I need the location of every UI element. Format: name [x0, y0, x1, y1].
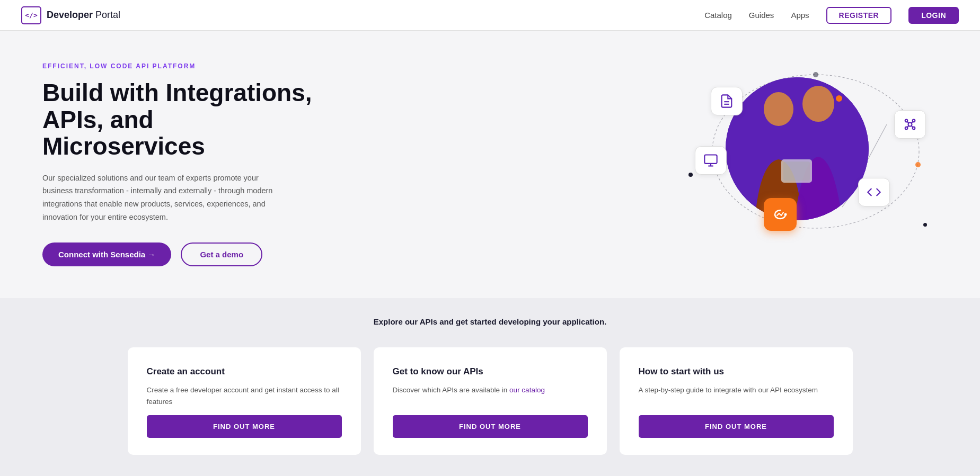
- card-2-title: Get to know our APIs: [393, 366, 588, 377]
- svg-line-25: [907, 125, 908, 127]
- svg-point-21: [905, 127, 908, 129]
- create-account-card: Create an account Create a free develope…: [128, 347, 361, 454]
- dot-dark-1: [688, 173, 693, 177]
- card-1-desc: Create a free developer account and get …: [147, 384, 342, 407]
- hero-description: Our specialized solutions and our team o…: [42, 172, 276, 224]
- hero-actions: Connect with Sensedia → Get a demo: [42, 243, 318, 266]
- api-card: [858, 178, 890, 206]
- logo-text: Developer Portal: [47, 10, 120, 21]
- svg-point-19: [913, 119, 915, 122]
- svg-point-9: [802, 86, 834, 122]
- sensedia-logo-card: [764, 198, 797, 231]
- doc-card: [711, 87, 743, 115]
- hero-title: Build with Integrations, APIs, and Micro…: [42, 79, 318, 160]
- monitor-card: [695, 146, 727, 175]
- card-3-title: How to start with us: [639, 366, 834, 377]
- svg-point-18: [905, 119, 908, 122]
- svg-point-26: [784, 213, 787, 215]
- navbar: </> Developer Portal Catalog Guides Apps…: [0, 0, 980, 31]
- dot-dark-2: [923, 223, 927, 227]
- get-apis-card: Get to know our APIs Discover which APIs…: [374, 347, 607, 454]
- card-1-title: Create an account: [147, 366, 342, 377]
- login-button[interactable]: LOGIN: [908, 7, 959, 24]
- logo-icon: </>: [21, 6, 41, 24]
- graph-card: [894, 110, 926, 139]
- svg-line-23: [911, 122, 912, 123]
- register-button[interactable]: REGISTER: [826, 7, 892, 24]
- explore-text: Explore our APIs and get started develop…: [11, 317, 969, 326]
- connect-button[interactable]: Connect with Sensedia →: [42, 243, 171, 266]
- svg-point-8: [764, 92, 793, 126]
- nav-apps[interactable]: Apps: [791, 11, 809, 20]
- svg-point-20: [913, 127, 915, 129]
- hero-eyebrow: EFFICIENT, LOW CODE API PLATFORM: [42, 62, 318, 70]
- demo-button[interactable]: Get a demo: [181, 243, 262, 266]
- card-3-desc: A step-by-step guide to integrate with o…: [639, 384, 834, 407]
- svg-line-24: [911, 125, 912, 127]
- hero-photo: [726, 77, 869, 220]
- how-to-start-card: How to start with us A step-by-step guid…: [620, 347, 853, 454]
- logo[interactable]: </> Developer Portal: [21, 6, 120, 24]
- card-2-desc: Discover which APIs are available in our…: [393, 384, 588, 407]
- svg-line-22: [907, 122, 908, 123]
- svg-rect-14: [704, 155, 717, 163]
- hero-text: EFFICIENT, LOW CODE API PLATFORM Build w…: [42, 62, 318, 266]
- svg-point-1: [813, 72, 818, 77]
- explore-section: Explore our APIs and get started develop…: [0, 298, 980, 331]
- catalog-link[interactable]: our catalog: [509, 386, 545, 394]
- nav-catalog[interactable]: Catalog: [704, 11, 732, 20]
- cards-section: Create an account Create a free develope…: [0, 331, 980, 476]
- svg-rect-11: [783, 161, 810, 181]
- hero-section: EFFICIENT, LOW CODE API PLATFORM Build w…: [0, 31, 980, 298]
- dot-orange-1: [836, 95, 842, 102]
- card-2-button[interactable]: FIND OUT MORE: [393, 415, 588, 438]
- nav-guides[interactable]: Guides: [749, 11, 774, 20]
- card-1-button[interactable]: FIND OUT MORE: [147, 415, 342, 438]
- card-3-button[interactable]: FIND OUT MORE: [639, 415, 834, 438]
- svg-point-2: [915, 162, 921, 167]
- nav-links: Catalog Guides Apps REGISTER LOGIN: [704, 7, 959, 24]
- hero-illustration: [673, 67, 938, 263]
